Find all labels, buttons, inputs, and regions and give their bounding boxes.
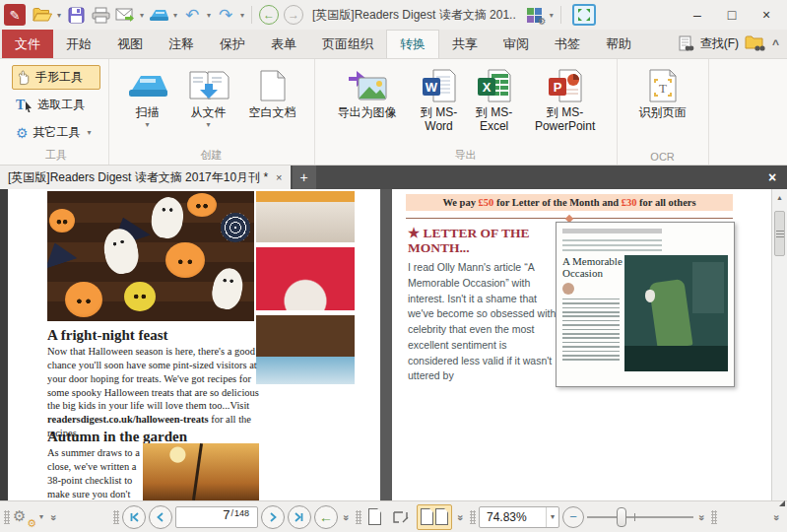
cat-photo (256, 191, 355, 242)
banner-divider (406, 218, 733, 219)
status-options-button[interactable]: ⚙⚙ (13, 507, 34, 527)
toolbar-grip-handle[interactable] (4, 510, 10, 524)
export-powerpoint-button[interactable]: P 到 MS-PowerPoint (524, 63, 607, 147)
svg-text:W: W (425, 80, 437, 95)
scan-button[interactable]: 扫描 ▾ (119, 63, 176, 147)
undo-icon: ↶ (185, 5, 199, 26)
document-tab[interactable]: [英国版]Readers Digest 读者文摘 2017年10月刊 * × (0, 166, 291, 189)
expand-layout-icon[interactable]: » (455, 511, 467, 523)
zoom-slider-tick (634, 513, 635, 521)
single-page-icon (368, 508, 381, 525)
zoom-out-button[interactable]: − (562, 506, 584, 528)
tab-comment[interactable]: 注释 (156, 30, 207, 58)
next-page-button[interactable] (261, 505, 285, 529)
tab-view[interactable]: 视图 (104, 30, 156, 58)
tab-bookmarks[interactable]: 书签 (542, 30, 593, 58)
scroll-up-icon[interactable]: ▲ (772, 189, 787, 205)
find-document-icon[interactable] (679, 35, 694, 53)
previous-view-button[interactable]: ← (257, 3, 281, 27)
tab-file[interactable]: 文件 (2, 30, 53, 58)
expand-nav-icon[interactable]: » (341, 511, 353, 523)
pet-photos-column (256, 191, 355, 384)
redo-button[interactable]: ↷ (214, 3, 237, 27)
current-page-value: 7 (223, 507, 230, 522)
other-tools-button[interactable]: ⚙ 其它工具 ▾ (12, 120, 100, 145)
nav-grip-handle[interactable] (113, 510, 119, 524)
close-document-button[interactable]: × (757, 166, 787, 189)
blank-document-button[interactable]: 空白文档 (241, 63, 304, 147)
ui-options-button[interactable]: ⚙ (523, 3, 547, 27)
zoom-slider-handle[interactable] (617, 507, 626, 527)
expand-zoom-icon[interactable]: » (696, 511, 708, 523)
new-tab-button[interactable]: + (293, 166, 316, 189)
titlebar: ✎ ▾ ▾ ▾ ↶ ▾ ↷ ▾ ← → [英国版]Readers Digest … (0, 0, 787, 30)
from-file-button[interactable]: 从文件 ▾ (180, 63, 237, 147)
document-tab-close-icon[interactable]: × (276, 171, 282, 183)
find-label[interactable]: 查找(F) (700, 35, 739, 52)
export-image-button[interactable]: 导出为图像 (325, 63, 410, 147)
expand-right-icon[interactable]: » (771, 511, 783, 523)
article-link-bold: readersdigest.co.uk/halloween-treats (47, 414, 209, 425)
two-page-view-button[interactable] (417, 504, 452, 530)
email-icon (115, 8, 135, 23)
tab-share[interactable]: 共享 (439, 30, 491, 58)
tab-review[interactable]: 审阅 (491, 30, 542, 58)
group-ocr: T 识别页面 OCR (618, 59, 709, 165)
save-button[interactable] (64, 3, 88, 27)
scan-quick-button[interactable] (147, 3, 170, 27)
close-button[interactable]: × (750, 3, 783, 27)
next-view-button[interactable]: → (282, 3, 305, 27)
fit-page-view-button[interactable] (388, 504, 414, 530)
print-button[interactable] (89, 3, 112, 27)
tab-convert[interactable]: 转换 (386, 30, 439, 58)
tab-organize[interactable]: 页面组织 (309, 30, 386, 58)
redo-dropdown-icon[interactable]: ▾ (238, 11, 246, 20)
right-grip-handle[interactable] (711, 510, 717, 524)
undo-button[interactable]: ↶ (180, 3, 204, 27)
select-tool-button[interactable]: T 选取工具 (12, 93, 100, 117)
layout-grip-handle[interactable] (356, 510, 361, 524)
zoom-slider[interactable] (587, 506, 693, 528)
tab-help[interactable]: 帮助 (593, 30, 644, 58)
document-scrollbar[interactable]: ▲ (771, 189, 787, 500)
status-options-dropdown-icon[interactable]: ▾ (37, 512, 45, 521)
article-paragraph-1: Now that Halloween season is here, there… (47, 345, 262, 440)
fullscreen-button[interactable] (572, 4, 596, 26)
previous-view-status-button[interactable]: ← (314, 505, 338, 529)
zoom-grip-handle[interactable] (470, 510, 476, 524)
tab-protect[interactable]: 保护 (207, 30, 258, 58)
last-page-button[interactable] (288, 505, 311, 529)
expand-toolbar-icon[interactable]: » (48, 511, 60, 523)
last-page-icon (294, 511, 305, 523)
previous-page-button[interactable] (149, 505, 172, 529)
ribbon-tab-row: 文件 开始 视图 注释 保护 表单 页面组织 转换 共享 审阅 书签 帮助 查找… (0, 30, 787, 59)
ocr-pages-button[interactable]: T 识别页面 (627, 63, 698, 147)
email-dropdown-icon[interactable]: ▾ (138, 11, 146, 20)
zoom-level-combobox[interactable]: 74.83% ▾ (479, 506, 559, 528)
document-view[interactable]: A fright-night feast Now that Halloween … (0, 189, 787, 500)
undo-dropdown-icon[interactable]: ▾ (205, 11, 213, 20)
ui-options-dropdown-icon[interactable]: ▾ (548, 11, 556, 20)
svg-text:T: T (659, 81, 667, 96)
tab-form[interactable]: 表单 (258, 30, 309, 58)
search-folder-icon[interactable] (745, 35, 766, 52)
hand-tool-button[interactable]: 手形工具 (12, 65, 100, 90)
hand-tool-label: 手形工具 (35, 69, 83, 86)
scrollbar-thumb[interactable] (774, 211, 785, 256)
minimize-button[interactable]: – (681, 3, 714, 27)
collapse-ribbon-button[interactable]: ^ (772, 37, 779, 51)
scan-dropdown-icon[interactable]: ▾ (171, 11, 179, 20)
first-page-button[interactable] (122, 505, 146, 529)
article-paragraph-2: As summer draws to a close, we've writte… (47, 446, 144, 500)
page-number-input[interactable]: 7/148 (175, 506, 258, 528)
open-file-button[interactable] (31, 3, 54, 27)
restore-button[interactable]: □ (715, 3, 749, 27)
article-heading-1: A fright-night feast (47, 327, 168, 344)
open-dropdown-icon[interactable]: ▾ (55, 11, 63, 20)
export-excel-button[interactable]: X 到 MS-Excel (469, 63, 520, 147)
zoom-dropdown-icon[interactable]: ▾ (546, 507, 558, 527)
tab-home[interactable]: 开始 (53, 30, 104, 58)
export-word-button[interactable]: W 到 MS-Word (414, 63, 465, 147)
single-page-view-button[interactable] (364, 504, 385, 530)
email-button[interactable] (113, 3, 137, 27)
